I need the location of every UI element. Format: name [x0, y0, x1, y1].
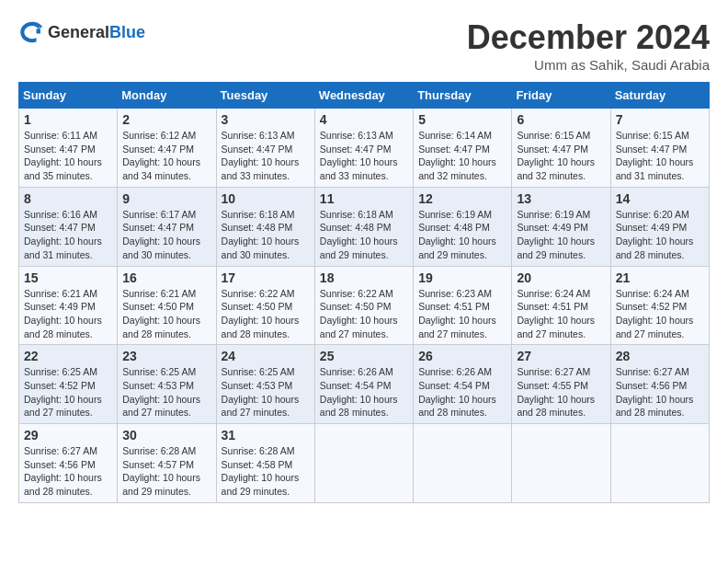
calendar-cell: 2 Sunrise: 6:12 AM Sunset: 4:47 PM Dayli… — [118, 109, 216, 188]
day-info: Sunrise: 6:27 AM Sunset: 4:56 PM Dayligh… — [616, 365, 704, 419]
calendar-cell: 26 Sunrise: 6:26 AM Sunset: 4:54 PM Dayl… — [414, 345, 512, 424]
day-number: 6 — [517, 112, 605, 127]
day-number: 30 — [122, 428, 210, 442]
logo-text: GeneralBlue — [48, 23, 145, 42]
calendar-cell: 21 Sunrise: 6:24 AM Sunset: 4:52 PM Dayl… — [610, 266, 709, 345]
day-number: 5 — [418, 112, 506, 127]
day-number: 31 — [222, 428, 310, 442]
day-number: 12 — [418, 191, 506, 206]
calendar-cell: 31 Sunrise: 6:28 AM Sunset: 4:58 PM Dayl… — [216, 424, 314, 503]
day-info: Sunrise: 6:26 AM Sunset: 4:54 PM Dayligh… — [418, 365, 506, 419]
day-info: Sunrise: 6:21 AM Sunset: 4:50 PM Dayligh… — [122, 287, 210, 341]
day-number: 7 — [616, 112, 704, 127]
calendar-cell: 16 Sunrise: 6:21 AM Sunset: 4:50 PM Dayl… — [118, 266, 216, 345]
calendar-cell: 20 Sunrise: 6:24 AM Sunset: 4:51 PM Dayl… — [512, 266, 610, 345]
day-header-saturday: Saturday — [610, 83, 709, 109]
day-header-wednesday: Wednesday — [314, 83, 413, 109]
logo-general: General — [48, 23, 109, 41]
calendar-cell: 19 Sunrise: 6:23 AM Sunset: 4:51 PM Dayl… — [414, 266, 512, 345]
day-number: 22 — [24, 349, 112, 363]
day-number: 2 — [122, 112, 210, 127]
calendar-week-5: 29 Sunrise: 6:27 AM Sunset: 4:56 PM Dayl… — [19, 424, 710, 503]
day-number: 27 — [517, 349, 605, 363]
calendar-cell: 5 Sunrise: 6:14 AM Sunset: 4:47 PM Dayli… — [414, 109, 512, 188]
calendar-cell: 30 Sunrise: 6:28 AM Sunset: 4:57 PM Dayl… — [118, 424, 216, 503]
day-info: Sunrise: 6:28 AM Sunset: 4:58 PM Dayligh… — [222, 444, 310, 499]
day-info: Sunrise: 6:22 AM Sunset: 4:50 PM Dayligh… — [320, 287, 408, 341]
day-info: Sunrise: 6:27 AM Sunset: 4:55 PM Dayligh… — [517, 365, 605, 419]
calendar-cell — [512, 424, 610, 503]
day-info: Sunrise: 6:18 AM Sunset: 4:48 PM Dayligh… — [320, 208, 408, 262]
day-info: Sunrise: 6:21 AM Sunset: 4:49 PM Dayligh… — [24, 287, 112, 341]
day-header-monday: Monday — [118, 83, 216, 109]
calendar-cell: 4 Sunrise: 6:13 AM Sunset: 4:47 PM Dayli… — [314, 109, 413, 188]
day-number: 15 — [24, 270, 112, 285]
calendar-cell: 9 Sunrise: 6:17 AM Sunset: 4:47 PM Dayli… — [118, 187, 216, 266]
calendar-cell: 17 Sunrise: 6:22 AM Sunset: 4:50 PM Dayl… — [216, 266, 314, 345]
calendar-cell — [610, 424, 709, 503]
calendar-week-2: 8 Sunrise: 6:16 AM Sunset: 4:47 PM Dayli… — [19, 187, 710, 266]
calendar-week-1: 1 Sunrise: 6:11 AM Sunset: 4:47 PM Dayli… — [19, 109, 710, 188]
calendar-cell: 24 Sunrise: 6:25 AM Sunset: 4:53 PM Dayl… — [216, 345, 314, 424]
day-info: Sunrise: 6:11 AM Sunset: 4:47 PM Dayligh… — [24, 129, 112, 183]
day-number: 10 — [222, 191, 310, 206]
day-number: 29 — [24, 428, 112, 442]
logo-icon — [18, 18, 46, 46]
day-number: 16 — [122, 270, 210, 285]
calendar-cell: 1 Sunrise: 6:11 AM Sunset: 4:47 PM Dayli… — [19, 109, 118, 188]
calendar-cell: 15 Sunrise: 6:21 AM Sunset: 4:49 PM Dayl… — [19, 266, 118, 345]
location-title: Umm as Sahik, Saudi Arabia — [467, 57, 710, 73]
day-number: 26 — [418, 349, 506, 363]
calendar-cell: 12 Sunrise: 6:19 AM Sunset: 4:48 PM Dayl… — [414, 187, 512, 266]
calendar-cell: 23 Sunrise: 6:25 AM Sunset: 4:53 PM Dayl… — [118, 345, 216, 424]
day-info: Sunrise: 6:24 AM Sunset: 4:52 PM Dayligh… — [616, 287, 704, 341]
day-info: Sunrise: 6:19 AM Sunset: 4:48 PM Dayligh… — [418, 208, 506, 262]
logo-blue: Blue — [109, 23, 145, 41]
day-info: Sunrise: 6:16 AM Sunset: 4:47 PM Dayligh… — [24, 208, 112, 262]
calendar-week-4: 22 Sunrise: 6:25 AM Sunset: 4:52 PM Dayl… — [19, 345, 710, 424]
day-number: 3 — [222, 112, 310, 127]
day-info: Sunrise: 6:28 AM Sunset: 4:57 PM Dayligh… — [122, 444, 210, 499]
day-info: Sunrise: 6:13 AM Sunset: 4:47 PM Dayligh… — [320, 129, 408, 183]
day-number: 25 — [320, 349, 408, 363]
calendar-cell: 3 Sunrise: 6:13 AM Sunset: 4:47 PM Dayli… — [216, 109, 314, 188]
calendar-cell: 25 Sunrise: 6:26 AM Sunset: 4:54 PM Dayl… — [314, 345, 413, 424]
day-info: Sunrise: 6:17 AM Sunset: 4:47 PM Dayligh… — [122, 208, 210, 262]
calendar-cell: 14 Sunrise: 6:20 AM Sunset: 4:49 PM Dayl… — [610, 187, 709, 266]
day-info: Sunrise: 6:25 AM Sunset: 4:52 PM Dayligh… — [24, 365, 112, 419]
day-info: Sunrise: 6:15 AM Sunset: 4:47 PM Dayligh… — [517, 129, 605, 183]
day-number: 21 — [616, 270, 704, 285]
logo: GeneralBlue — [18, 18, 145, 46]
day-number: 8 — [24, 191, 112, 206]
calendar-cell: 8 Sunrise: 6:16 AM Sunset: 4:47 PM Dayli… — [19, 187, 118, 266]
calendar-table: SundayMondayTuesdayWednesdayThursdayFrid… — [18, 82, 710, 503]
header: GeneralBlue December 2024 Umm as Sahik, … — [18, 18, 710, 73]
calendar-cell: 7 Sunrise: 6:15 AM Sunset: 4:47 PM Dayli… — [610, 109, 709, 188]
day-info: Sunrise: 6:23 AM Sunset: 4:51 PM Dayligh… — [418, 287, 506, 341]
day-info: Sunrise: 6:24 AM Sunset: 4:51 PM Dayligh… — [517, 287, 605, 341]
day-number: 11 — [320, 191, 408, 206]
day-info: Sunrise: 6:26 AM Sunset: 4:54 PM Dayligh… — [320, 365, 408, 419]
day-header-sunday: Sunday — [19, 83, 118, 109]
day-info: Sunrise: 6:19 AM Sunset: 4:49 PM Dayligh… — [517, 208, 605, 262]
calendar-cell — [314, 424, 413, 503]
calendar-cell: 6 Sunrise: 6:15 AM Sunset: 4:47 PM Dayli… — [512, 109, 610, 188]
day-info: Sunrise: 6:13 AM Sunset: 4:47 PM Dayligh… — [222, 129, 310, 183]
day-info: Sunrise: 6:27 AM Sunset: 4:56 PM Dayligh… — [24, 444, 112, 499]
calendar-cell: 18 Sunrise: 6:22 AM Sunset: 4:50 PM Dayl… — [314, 266, 413, 345]
day-info: Sunrise: 6:12 AM Sunset: 4:47 PM Dayligh… — [122, 129, 210, 183]
days-header-row: SundayMondayTuesdayWednesdayThursdayFrid… — [19, 83, 710, 109]
calendar-cell: 13 Sunrise: 6:19 AM Sunset: 4:49 PM Dayl… — [512, 187, 610, 266]
calendar-week-3: 15 Sunrise: 6:21 AM Sunset: 4:49 PM Dayl… — [19, 266, 710, 345]
day-header-friday: Friday — [512, 83, 610, 109]
day-number: 24 — [222, 349, 310, 363]
day-number: 23 — [122, 349, 210, 363]
day-number: 17 — [222, 270, 310, 285]
day-number: 20 — [517, 270, 605, 285]
day-number: 19 — [418, 270, 506, 285]
day-info: Sunrise: 6:22 AM Sunset: 4:50 PM Dayligh… — [222, 287, 310, 341]
calendar-cell: 10 Sunrise: 6:18 AM Sunset: 4:48 PM Dayl… — [216, 187, 314, 266]
calendar-cell: 22 Sunrise: 6:25 AM Sunset: 4:52 PM Dayl… — [19, 345, 118, 424]
day-header-thursday: Thursday — [414, 83, 512, 109]
day-number: 9 — [122, 191, 210, 206]
